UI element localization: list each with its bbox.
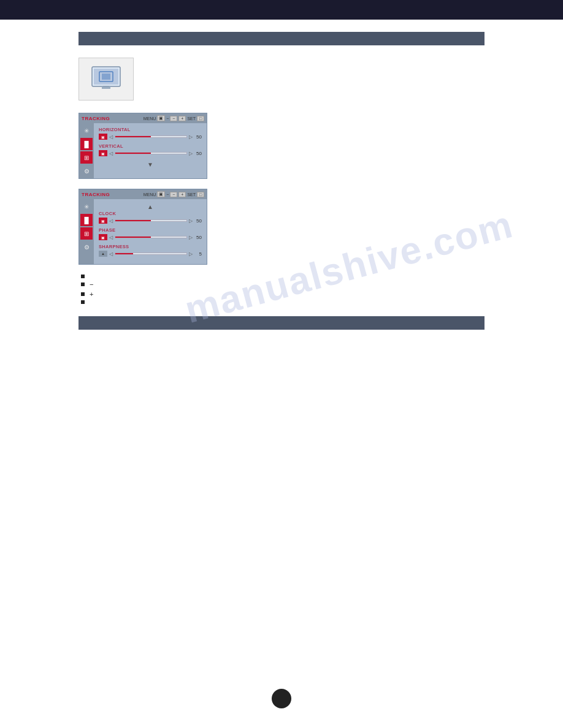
set-label-1: SET bbox=[187, 116, 196, 121]
chevron-down-icon: ▼ bbox=[99, 160, 202, 169]
bullet-item-1 bbox=[79, 275, 484, 278]
plus-box-2[interactable]: + bbox=[178, 192, 186, 197]
phase-track[interactable] bbox=[115, 236, 187, 238]
phase-slider-row: ▣ ◁ ▷ 50 bbox=[99, 234, 202, 240]
bullet-item-4 bbox=[79, 300, 484, 304]
bullet-square-2 bbox=[81, 282, 85, 286]
sharpness-icon: ▲ bbox=[99, 251, 107, 257]
tracking-header-2: TRACKING MENU ▣ − − + SET □ bbox=[79, 189, 207, 199]
tracking-panel-1: TRACKING MENU ▣ − − + SET □ ✳ ▐▌ ⊞ ⚙ bbox=[79, 113, 207, 179]
vertical-minus: ◁ bbox=[109, 151, 113, 156]
settings-icon-2[interactable]: ⚙ bbox=[80, 241, 93, 253]
panel-content-2: ▲ CLOCK ▣ ◁ ▷ 50 PHASE ▣ ◁ bbox=[94, 199, 207, 264]
sharpness-slider-row: ▲ ◁ ▷ 5 bbox=[99, 251, 202, 257]
clock-icon: ▣ bbox=[99, 218, 107, 224]
color-icon-2[interactable]: ⊞ bbox=[80, 227, 93, 240]
vertical-fill bbox=[115, 153, 151, 154]
monitor-icon-box bbox=[79, 58, 134, 100]
menu-label-2: MENU bbox=[144, 192, 156, 197]
clock-slider-row: ▣ ◁ ▷ 50 bbox=[99, 218, 202, 224]
sharpness-label: SHARPNESS bbox=[99, 244, 202, 249]
tracking-icon-active-2[interactable]: ▐▌ bbox=[80, 214, 93, 226]
clock-label: CLOCK bbox=[99, 211, 202, 216]
bullet-list: − + bbox=[79, 275, 484, 304]
vertical-value: 50 bbox=[194, 151, 202, 156]
clock-max: ▷ bbox=[189, 218, 193, 224]
vertical-track[interactable] bbox=[115, 152, 187, 154]
tracking-header-1: TRACKING MENU ▣ − − + SET □ bbox=[79, 113, 207, 123]
bullet-text-2: − bbox=[90, 281, 93, 288]
settings-icon[interactable]: ⚙ bbox=[80, 165, 93, 177]
clock-track[interactable] bbox=[115, 219, 187, 222]
minus-box-2[interactable]: − bbox=[170, 192, 177, 197]
page-number bbox=[272, 689, 291, 708]
clock-value: 50 bbox=[194, 218, 202, 224]
horizontal-slider-row: ▣ ◁ ▷ 50 bbox=[99, 134, 202, 140]
sharpness-minus: ◁ bbox=[109, 251, 113, 257]
menu-label-1: MENU bbox=[144, 116, 156, 121]
phase-max: ▷ bbox=[189, 235, 193, 240]
set-label-2: SET bbox=[187, 192, 196, 197]
phase-minus: ◁ bbox=[109, 235, 113, 240]
menu-box-1[interactable]: ▣ bbox=[157, 115, 165, 121]
set-box-1[interactable]: □ bbox=[197, 116, 204, 121]
sidebar-icons-1: ✳ ▐▌ ⊞ ⚙ bbox=[79, 123, 94, 178]
sharpness-fill bbox=[115, 253, 133, 254]
horizontal-label: HORIZONTAL bbox=[99, 127, 202, 132]
bottom-section-header bbox=[79, 316, 484, 330]
main-content: TRACKING MENU ▣ − − + SET □ ✳ ▐▌ ⊞ ⚙ bbox=[0, 20, 563, 348]
phase-value: 50 bbox=[194, 235, 202, 240]
bullet-square-3 bbox=[81, 292, 85, 296]
bullet-square-1 bbox=[81, 275, 85, 278]
phase-label: PHASE bbox=[99, 227, 202, 233]
horizontal-value: 50 bbox=[194, 134, 202, 140]
brightness-icon-2[interactable]: ✳ bbox=[80, 200, 93, 213]
clock-minus: ◁ bbox=[109, 218, 113, 224]
chevron-up-icon: ▲ bbox=[99, 203, 202, 211]
color-icon[interactable]: ⊞ bbox=[80, 151, 93, 164]
vertical-label: VERTICAL bbox=[99, 143, 202, 149]
sharpness-track[interactable] bbox=[115, 252, 187, 255]
minus-2[interactable]: − bbox=[166, 192, 169, 197]
horizontal-max: ▷ bbox=[189, 134, 193, 140]
tracking-panel-2: TRACKING MENU ▣ − − + SET □ ✳ ▐▌ ⊞ ⚙ ▲ bbox=[79, 189, 207, 265]
svg-rect-5 bbox=[102, 86, 110, 89]
bullet-square-4 bbox=[81, 300, 85, 304]
menu-box-2[interactable]: ▣ bbox=[157, 191, 165, 197]
clock-fill bbox=[115, 220, 151, 221]
phase-fill bbox=[115, 237, 151, 238]
phase-icon: ▣ bbox=[99, 234, 107, 240]
horizontal-minus: ◁ bbox=[109, 134, 113, 140]
panel-body-1: ✳ ▐▌ ⊞ ⚙ HORIZONTAL ▣ ◁ ▷ 50 bbox=[79, 123, 207, 178]
vertical-icon: ▣ bbox=[99, 150, 107, 156]
horizontal-fill bbox=[115, 136, 151, 137]
panel-content-1: HORIZONTAL ▣ ◁ ▷ 50 VERTICAL ▣ ◁ bbox=[94, 123, 207, 178]
tracking-title-1: TRACKING bbox=[82, 116, 110, 121]
tracking-title-2: TRACKING bbox=[82, 192, 110, 197]
tracking-nav-1: MENU ▣ − − + SET □ bbox=[144, 115, 204, 121]
brightness-icon[interactable]: ✳ bbox=[80, 124, 93, 137]
horizontal-icon: ▣ bbox=[99, 134, 107, 140]
svg-rect-3 bbox=[102, 74, 110, 80]
minus-box-1[interactable]: − bbox=[170, 116, 177, 121]
tracking-icon-active[interactable]: ▐▌ bbox=[80, 138, 93, 150]
horizontal-track[interactable] bbox=[115, 135, 187, 138]
bullet-item-3: + bbox=[79, 290, 484, 298]
panel-body-2: ✳ ▐▌ ⊞ ⚙ ▲ CLOCK ▣ ◁ ▷ 50 bbox=[79, 199, 207, 264]
bullet-item-2: − bbox=[79, 281, 484, 288]
set-box-2[interactable]: □ bbox=[197, 192, 204, 197]
sidebar-icons-2: ✳ ▐▌ ⊞ ⚙ bbox=[79, 199, 94, 264]
plus-box-1[interactable]: + bbox=[178, 116, 186, 121]
top-bar bbox=[0, 0, 563, 20]
bullet-text-3: + bbox=[90, 290, 93, 298]
vertical-max: ▷ bbox=[189, 151, 193, 156]
vertical-slider-row: ▣ ◁ ▷ 50 bbox=[99, 150, 202, 156]
section-header-1 bbox=[79, 32, 484, 45]
minus-1[interactable]: − bbox=[166, 116, 169, 121]
tracking-nav-2: MENU ▣ − − + SET □ bbox=[144, 191, 204, 197]
sharpness-value: 5 bbox=[194, 251, 202, 257]
sharpness-max: ▷ bbox=[189, 251, 193, 257]
monitor-icon bbox=[91, 66, 121, 93]
